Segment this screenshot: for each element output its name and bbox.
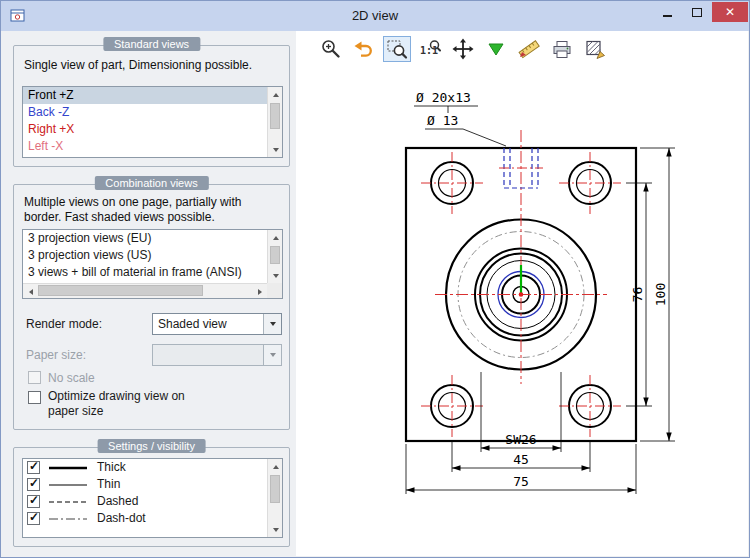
dim-bore-label: Ø 13 [427, 113, 458, 128]
minimize-button[interactable] [652, 2, 682, 22]
titlebar[interactable]: 2D view ✕ [1, 1, 749, 31]
scroll-thumb[interactable] [38, 285, 203, 296]
line-row-dash-dot[interactable]: Dash-dot [23, 510, 267, 527]
arrow-up-icon [273, 93, 279, 97]
zoom-window-button[interactable] [383, 36, 411, 62]
combination-views-description: Multiple views on one page, partially wi… [24, 195, 280, 225]
dimension-button[interactable] [515, 36, 543, 62]
window-title: 2D view [1, 8, 749, 23]
update-view-button[interactable] [482, 36, 510, 62]
hatch-settings-icon [584, 38, 606, 60]
settings-visibility-group: Settings / visibility Thick Thin Dashed [13, 447, 290, 547]
scroll-thumb[interactable] [270, 103, 280, 129]
list-item-3pv-us[interactable]: 3 projection views (US) [23, 247, 267, 264]
render-mode-combobox[interactable]: Shaded view [152, 313, 282, 335]
optimize-label: Optimize drawing view on paper size [48, 389, 198, 419]
arrow-down-icon [273, 148, 279, 152]
dim-75-label: 75 [513, 474, 529, 489]
line-label: Dash-dot [97, 510, 146, 527]
arrow-down-icon [273, 528, 279, 532]
corner-hole-bottom-left [421, 375, 483, 437]
scroll-down-button[interactable] [268, 268, 283, 283]
scroll-thumb[interactable] [270, 246, 280, 264]
zoom-window-icon [386, 38, 408, 60]
render-mode-label: Render mode: [26, 317, 102, 331]
zoom-actual-button[interactable]: 1:1 [416, 36, 444, 62]
list-item-right-x[interactable]: Right +X [23, 121, 267, 138]
arrow-up-icon [273, 236, 279, 240]
scrollbar-vertical[interactable] [267, 459, 282, 537]
corner-hole-top-right [559, 152, 621, 214]
paper-size-combobox [152, 344, 282, 366]
hatch-settings-button[interactable] [581, 36, 609, 62]
maximize-button[interactable] [682, 2, 712, 22]
dimension-hole-spacing-v: 76 [626, 183, 652, 406]
leader-counterbore: Ø 20x13 Ø 13 [414, 90, 506, 146]
optimize-checkbox[interactable] [28, 391, 41, 404]
no-scale-checkbox [28, 371, 41, 384]
zoom-in-button[interactable] [317, 36, 345, 62]
chevron-down-icon [270, 322, 276, 326]
dash-dot-checkbox[interactable] [27, 512, 40, 525]
standard-views-group: Standard views Single view of part, Dime… [13, 45, 290, 167]
line-row-thin[interactable]: Thin [23, 476, 267, 493]
view-toolbar: 1:1 [317, 36, 609, 62]
arrow-left-icon [29, 289, 33, 295]
print-button[interactable] [548, 36, 576, 62]
scrollbar-corner [267, 283, 282, 298]
thick-checkbox[interactable] [27, 461, 40, 474]
dim-sw26-label: SW26 [505, 432, 536, 447]
combination-views-group: Combination views Multiple views on one … [13, 184, 290, 430]
list-item-3pv-eu[interactable]: 3 projection views (EU) [23, 230, 267, 247]
list-item-3v-bom-ansi[interactable]: 3 views + bill of material in frame (ANS… [23, 264, 267, 281]
scroll-down-button[interactable] [268, 142, 283, 157]
pan-button[interactable] [449, 36, 477, 62]
settings-list: Thick Thin Dashed Dash-dot [22, 458, 283, 538]
undo-button[interactable] [350, 36, 378, 62]
scroll-down-button[interactable] [268, 522, 283, 537]
list-item-back-z[interactable]: Back -Z [23, 104, 267, 121]
chevron-down-icon [270, 353, 276, 357]
arrow-up-icon [273, 465, 279, 469]
scroll-up-button[interactable] [268, 459, 283, 474]
dash-dot-line-sample [48, 514, 88, 524]
close-button[interactable]: ✕ [712, 2, 748, 22]
maximize-icon [692, 8, 702, 17]
update-view-icon [485, 38, 507, 60]
close-icon: ✕ [725, 5, 735, 19]
minimize-icon [663, 15, 672, 17]
paper-size-label: Paper size: [26, 348, 86, 362]
drawing-canvas[interactable]: Ø 20x13 Ø 13 76 [301, 66, 746, 551]
scrollbar-vertical[interactable] [267, 230, 282, 283]
render-mode-dropdown-button[interactable] [263, 314, 281, 334]
undo-icon [353, 38, 375, 60]
dashed-checkbox[interactable] [27, 495, 40, 508]
thin-checkbox[interactable] [27, 478, 40, 491]
standard-views-list: Front +Z Back -Z Right +X Left -X [22, 86, 283, 158]
settings-visibility-caption: Settings / visibility [97, 439, 206, 453]
line-label: Thin [97, 476, 120, 493]
scroll-left-button[interactable] [23, 284, 38, 299]
zoom-actual-icon: 1:1 [419, 38, 441, 60]
scroll-up-button[interactable] [268, 230, 283, 245]
list-item-left-x[interactable]: Left -X [23, 138, 267, 155]
combination-views-list: 3 projection views (EU) 3 projection vie… [22, 229, 283, 299]
svg-text:1:1: 1:1 [420, 45, 438, 56]
line-label: Thick [97, 459, 126, 476]
thick-line-sample [48, 463, 88, 473]
print-icon [551, 38, 573, 60]
arrow-down-icon [273, 274, 279, 278]
line-label: Dashed [97, 493, 138, 510]
list-item-front-z[interactable]: Front +Z [23, 87, 267, 104]
dim-100-label: 100 [653, 283, 668, 306]
scrollbar-horizontal[interactable] [23, 283, 267, 298]
line-row-dashed[interactable]: Dashed [23, 493, 267, 510]
dashed-line-sample [48, 497, 88, 507]
scroll-right-button[interactable] [252, 284, 267, 299]
arrow-right-icon [258, 289, 262, 295]
line-row-thick[interactable]: Thick [23, 459, 267, 476]
scroll-up-button[interactable] [268, 87, 283, 102]
scroll-thumb[interactable] [270, 475, 280, 503]
standard-views-description: Single view of part, Dimensioning possib… [24, 58, 252, 73]
scrollbar-vertical[interactable] [267, 87, 282, 157]
